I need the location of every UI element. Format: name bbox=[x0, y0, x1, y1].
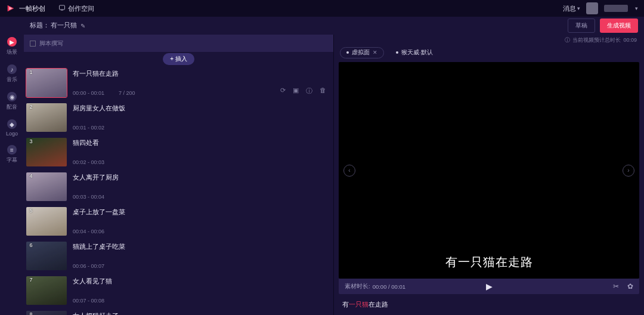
scene-index: 4 bbox=[27, 173, 35, 179]
scene-index: 6 bbox=[27, 242, 35, 248]
messages-link[interactable]: 消息 ▾ bbox=[563, 4, 580, 13]
music-icon: ♪ bbox=[7, 64, 17, 74]
scene-index: 2 bbox=[27, 104, 35, 110]
chip-face[interactable]: 虚拟面 ✕ bbox=[340, 47, 384, 58]
generate-button[interactable]: 生成视频 bbox=[600, 18, 638, 33]
scene-index: 1 bbox=[27, 69, 35, 75]
subtitle-display: 有一只猫在走路 bbox=[334, 294, 644, 315]
sidebar-item-label: 配音 bbox=[7, 103, 17, 111]
scene-panel-header: 脚本撰写 bbox=[24, 35, 333, 52]
sidebar-item-label: 音乐 bbox=[7, 76, 17, 84]
scene-item[interactable]: 2 厨房里女人在做饭 00:01 - 00:02 bbox=[24, 100, 333, 135]
preview-panel: ⓘ 当前视频预计总时长 00:09 虚拟面 ✕ 猴天威·默认 ‹ › 有一只猫在… bbox=[334, 35, 644, 315]
scene-time: 00:03 - 00:04 bbox=[73, 194, 104, 200]
insert-row: + 插入 bbox=[24, 52, 333, 66]
settings-icon[interactable]: ✿ bbox=[627, 282, 633, 291]
scene-time: 00:00 - 00:01 bbox=[73, 90, 104, 96]
scene-time: 00:04 - 00:06 bbox=[73, 228, 104, 234]
scene-text[interactable]: 桌子上放了一盘菜 bbox=[73, 208, 327, 217]
scene-text[interactable]: 女人把猫赶走了 bbox=[73, 312, 327, 315]
select-all-checkbox[interactable] bbox=[30, 41, 36, 47]
timeline-value: 00:00 / 00:01 bbox=[373, 283, 405, 290]
edit-title-icon[interactable]: ✎ bbox=[80, 23, 85, 29]
scene-item[interactable]: 6 猫跳上了桌子吃菜 00:06 - 00:07 bbox=[24, 239, 333, 273]
chip-voice[interactable]: 猴天威·默认 bbox=[390, 48, 439, 58]
duration-hint-label: 当前视频预计总时长 bbox=[572, 36, 621, 44]
sidebar-item-subtitle[interactable]: ≡ 字幕 bbox=[7, 145, 17, 164]
scene-text[interactable]: 猫四处看 bbox=[73, 139, 327, 147]
chevron-down-icon: ▾ bbox=[577, 5, 580, 11]
action-refresh-icon[interactable]: ⟳ bbox=[280, 87, 286, 95]
scene-list: 1 有一只猫在走路 00:00 - 00:01 7 / 200 ⟳ ▣ ⓘ 🗑 bbox=[24, 66, 333, 315]
duration-hint: ⓘ 当前视频预计总时长 00:09 bbox=[334, 35, 644, 45]
chevron-down-icon[interactable]: ▾ bbox=[635, 5, 638, 11]
scene-text[interactable]: 有一只猫在走路 bbox=[73, 70, 327, 78]
bullet-icon bbox=[396, 51, 398, 54]
sidebar: ▶ 场景 ♪ 音乐 ◉ 配音 ◆ Logo ≡ 字幕 bbox=[0, 35, 24, 315]
scene-text[interactable]: 女人离开了厨房 bbox=[73, 174, 327, 182]
scene-item[interactable]: 1 有一只猫在走路 00:00 - 00:01 7 / 200 ⟳ ▣ ⓘ 🗑 bbox=[24, 66, 333, 100]
subtitle-highlight: 一只猫 bbox=[349, 301, 369, 308]
sidebar-item-logo[interactable]: ◆ Logo bbox=[6, 119, 18, 137]
sidebar-item-label: 场景 bbox=[7, 48, 17, 56]
scene-text[interactable]: 厨房里女人在做饭 bbox=[73, 104, 327, 113]
messages-label: 消息 bbox=[563, 4, 576, 13]
tag-row: 虚拟面 ✕ 猴天威·默认 bbox=[334, 45, 644, 60]
title-prefix: 标题： bbox=[30, 21, 49, 30]
voice-icon: ◉ bbox=[7, 92, 17, 101]
logo-sidebar-icon: ◆ bbox=[7, 119, 17, 129]
bullet-icon bbox=[346, 51, 349, 54]
chip-label: 猴天威·默认 bbox=[401, 49, 433, 57]
info-icon: ⓘ bbox=[565, 36, 570, 44]
sidebar-item-voice[interactable]: ◉ 配音 bbox=[7, 92, 17, 111]
topbar-right: 消息 ▾ ▾ bbox=[563, 2, 638, 14]
workspace-icon bbox=[58, 4, 66, 13]
draft-button[interactable]: 草稿 bbox=[568, 18, 595, 33]
video-player[interactable]: ‹ › 有一只猫在走路 bbox=[339, 62, 639, 279]
username-placeholder bbox=[604, 5, 628, 12]
scene-item[interactable]: 8 女人把猫赶走了 bbox=[24, 308, 333, 315]
scene-text[interactable]: 猫跳上了桌子吃菜 bbox=[73, 243, 327, 251]
scene-item[interactable]: 3 猫四处看 00:02 - 00:03 bbox=[24, 135, 333, 169]
action-info-icon[interactable]: ⓘ bbox=[306, 87, 312, 95]
insert-button[interactable]: + 插入 bbox=[163, 53, 194, 65]
sidebar-item-music[interactable]: ♪ 音乐 bbox=[7, 64, 17, 84]
sidebar-item-scene[interactable]: ▶ 场景 bbox=[7, 37, 17, 56]
workspace-label: 创作空间 bbox=[68, 4, 94, 13]
close-icon[interactable]: ✕ bbox=[373, 50, 377, 55]
chip-label: 虚拟面 bbox=[352, 49, 370, 57]
svg-rect-0 bbox=[60, 5, 65, 10]
avatar[interactable] bbox=[586, 2, 598, 14]
scene-icon: ▶ bbox=[7, 37, 17, 47]
scene-index: 7 bbox=[27, 277, 35, 283]
action-image-icon[interactable]: ▣ bbox=[293, 87, 299, 95]
titlebar: 标题： 有一只猫 ✎ 草稿 生成视频 bbox=[0, 17, 644, 35]
prev-frame-button[interactable]: ‹ bbox=[343, 165, 355, 177]
scene-text[interactable]: 女人看见了猫 bbox=[73, 277, 327, 286]
video-caption: 有一只猫在走路 bbox=[339, 254, 639, 270]
scene-item[interactable]: 5 桌子上放了一盘菜 00:04 - 00:06 bbox=[24, 204, 333, 239]
script-placeholder: 脚本撰写 bbox=[39, 39, 63, 48]
subtitle-post: 在走路 bbox=[369, 301, 388, 308]
scene-item[interactable]: 4 女人离开了厨房 00:03 - 00:04 bbox=[24, 169, 333, 204]
action-delete-icon[interactable]: 🗑 bbox=[320, 87, 326, 95]
title-value: 有一只猫 bbox=[51, 21, 77, 30]
next-frame-button[interactable]: › bbox=[623, 165, 634, 177]
sidebar-item-label: Logo bbox=[6, 131, 18, 137]
project-title: 标题： 有一只猫 ✎ bbox=[30, 21, 85, 30]
subtitle-pre: 有 bbox=[342, 301, 349, 308]
cut-icon[interactable]: ✂ bbox=[613, 282, 619, 291]
brand: 一帧秒创 bbox=[6, 4, 45, 13]
scene-actions: ⟳ ▣ ⓘ 🗑 bbox=[280, 87, 326, 95]
scene-time: 00:07 - 00:08 bbox=[73, 298, 104, 304]
scene-time: 00:02 - 00:03 bbox=[73, 159, 104, 165]
scene-index: 5 bbox=[27, 208, 35, 214]
duration-hint-value: 00:09 bbox=[623, 37, 637, 43]
workspace-link[interactable]: 创作空间 bbox=[58, 4, 94, 13]
scene-index: 8 bbox=[27, 311, 35, 315]
player-controls: 素材时长: 00:00 / 00:01 ▶ ✂ ✿ bbox=[339, 279, 639, 294]
play-button[interactable]: ▶ bbox=[486, 282, 493, 291]
topbar: 一帧秒创 创作空间 消息 ▾ ▾ bbox=[0, 0, 644, 17]
scene-item[interactable]: 7 女人看见了猫 00:07 - 00:08 bbox=[24, 273, 333, 308]
scene-panel: 脚本撰写 + 插入 1 有一只猫在走路 00:00 - 00:01 7 / 20… bbox=[24, 35, 334, 315]
